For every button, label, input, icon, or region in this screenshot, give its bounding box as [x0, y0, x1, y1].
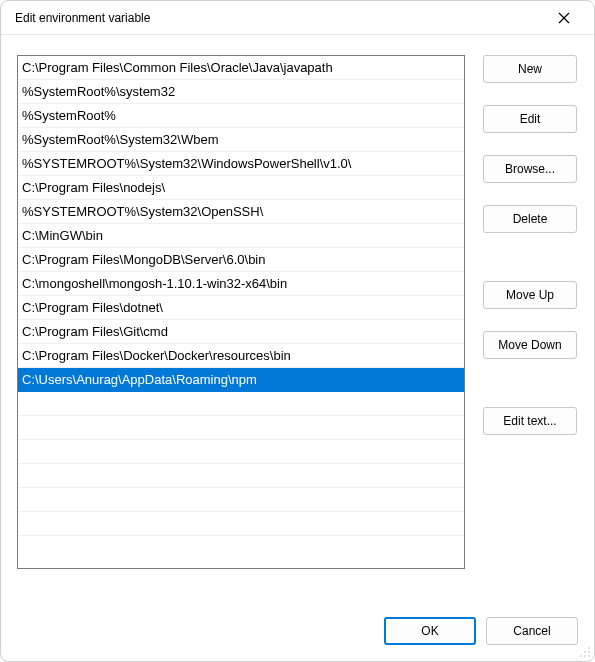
list-item[interactable]: %SYSTEMROOT%\System32\WindowsPowerShell\… [18, 152, 464, 176]
list-item[interactable]: %SystemRoot%\system32 [18, 80, 464, 104]
new-button[interactable]: New [483, 55, 577, 83]
list-item[interactable] [18, 392, 464, 416]
list-item[interactable] [18, 416, 464, 440]
list-item[interactable]: %SYSTEMROOT%\System32\OpenSSH\ [18, 200, 464, 224]
close-icon [558, 12, 570, 24]
list-item[interactable]: %SystemRoot% [18, 104, 464, 128]
close-button[interactable] [544, 4, 584, 32]
cancel-button[interactable]: Cancel [486, 617, 578, 645]
list-item[interactable] [18, 536, 464, 560]
edit-text-button[interactable]: Edit text... [483, 407, 577, 435]
dialog-content: C:\Program Files\Common Files\Oracle\Jav… [1, 35, 594, 583]
resize-grip[interactable] [577, 644, 591, 658]
list-item[interactable]: %SystemRoot%\System32\Wbem [18, 128, 464, 152]
list-item[interactable]: C:\Program Files\Common Files\Oracle\Jav… [18, 56, 464, 80]
svg-point-1 [584, 651, 586, 653]
svg-point-2 [588, 651, 590, 653]
browse-button[interactable]: Browse... [483, 155, 577, 183]
list-item[interactable]: C:\Program Files\Docker\Docker\resources… [18, 344, 464, 368]
list-item[interactable] [18, 488, 464, 512]
list-item[interactable]: C:\Program Files\dotnet\ [18, 296, 464, 320]
list-item[interactable]: C:\Users\Anurag\AppData\Roaming\npm [18, 368, 464, 392]
list-item[interactable]: C:\Program Files\nodejs\ [18, 176, 464, 200]
svg-point-4 [584, 655, 586, 657]
svg-point-5 [588, 655, 590, 657]
edit-button[interactable]: Edit [483, 105, 577, 133]
dialog-footer: OK Cancel [384, 617, 578, 645]
path-list[interactable]: C:\Program Files\Common Files\Oracle\Jav… [17, 55, 465, 569]
svg-point-3 [580, 655, 582, 657]
list-item[interactable] [18, 464, 464, 488]
ok-button[interactable]: OK [384, 617, 476, 645]
list-item[interactable]: C:\MinGW\bin [18, 224, 464, 248]
list-item[interactable]: C:\Program Files\Git\cmd [18, 320, 464, 344]
list-item[interactable] [18, 440, 464, 464]
list-item[interactable]: C:\mongoshell\mongosh-1.10.1-win32-x64\b… [18, 272, 464, 296]
list-item[interactable]: C:\Program Files\MongoDB\Server\6.0\bin [18, 248, 464, 272]
delete-button[interactable]: Delete [483, 205, 577, 233]
side-button-panel: New Edit Browse... Delete Move Up Move D… [483, 55, 577, 569]
dialog-title: Edit environment variable [15, 11, 150, 25]
list-item[interactable] [18, 512, 464, 536]
move-up-button[interactable]: Move Up [483, 281, 577, 309]
titlebar: Edit environment variable [1, 1, 594, 35]
move-down-button[interactable]: Move Down [483, 331, 577, 359]
svg-point-0 [588, 647, 590, 649]
